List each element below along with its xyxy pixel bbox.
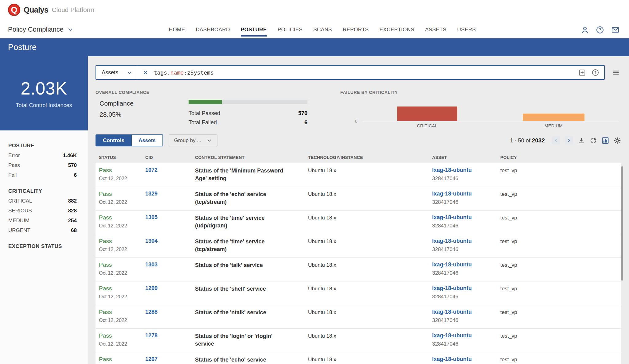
technology-instance: Ubuntu 18.x [308, 214, 432, 234]
facet-item[interactable]: Pass 570 [8, 162, 77, 168]
col-control-statement[interactable]: CONTROL STATEMENT [195, 155, 308, 160]
col-technology-instance[interactable]: TECHNOLOGY/INSTANCE [308, 155, 432, 160]
nav-item[interactable]: POLICIES [278, 27, 303, 37]
module-picker[interactable]: Policy Compliance [8, 25, 73, 33]
cid-link[interactable]: 1299 [145, 285, 158, 291]
table-row[interactable]: Pass Oct 12, 2022 1305 Status of the 'ti… [96, 211, 621, 234]
nav-item[interactable]: USERS [457, 27, 476, 37]
cid-link[interactable]: 1304 [145, 238, 158, 244]
nav-item-label: SCANS [313, 27, 332, 33]
settings-gear-icon[interactable] [614, 137, 621, 144]
status-badge: Pass [99, 356, 145, 363]
status-date: Oct 12, 2022 [99, 270, 145, 276]
table-row[interactable]: Pass Oct 12, 2022 1288 Status of the 'nt… [96, 305, 621, 329]
search-query-input[interactable]: tags.name:zSystems [154, 69, 214, 76]
cid-cell: 1329 [145, 191, 195, 210]
nav-item-label: DASHBOARD [196, 27, 230, 33]
asset-link[interactable]: lxag-18-ubuntu [432, 285, 500, 292]
col-cid[interactable]: CID [145, 155, 195, 160]
policy-name: test_vp [500, 261, 621, 281]
menu-icon[interactable] [612, 69, 620, 76]
search-help-icon[interactable]: ? [592, 69, 599, 76]
chevron-down-icon [68, 27, 73, 32]
chart-view-icon[interactable] [602, 137, 609, 144]
search-scope-dropdown[interactable]: Assets [96, 66, 137, 79]
nav-item[interactable]: POSTURE [241, 27, 267, 37]
mail-icon[interactable] [611, 26, 620, 34]
nav-item[interactable]: HOME [169, 27, 185, 37]
facet-item[interactable]: Fail 6 [8, 172, 77, 178]
bar-medium[interactable] [523, 114, 584, 121]
table-row[interactable]: Pass Oct 12, 2022 1329 Status of the 'ec… [96, 187, 621, 211]
nav-item[interactable]: REPORTS [343, 27, 369, 37]
cid-link[interactable]: 1288 [145, 309, 158, 315]
refresh-icon[interactable] [590, 137, 597, 144]
facet-item[interactable]: Error 1.46K [8, 153, 77, 159]
cid-link[interactable]: 1329 [145, 191, 158, 197]
y-axis-zero-label: 0 [355, 119, 357, 124]
search-actions: ? [578, 69, 604, 76]
clear-search-icon[interactable]: ✕ [140, 68, 151, 77]
add-query-icon[interactable] [578, 69, 586, 76]
total-control-instances-card: 2.03K Total Control Instances [0, 56, 88, 130]
facet-item[interactable]: CRITICAL 882 [8, 198, 77, 204]
vertical-scrollbar[interactable] [621, 166, 623, 281]
nav-item[interactable]: SCANS [313, 27, 332, 37]
cid-link[interactable]: 1305 [145, 214, 158, 220]
asset-link[interactable]: lxag-18-ubuntu [432, 191, 500, 197]
nav-item[interactable]: DASHBOARD [196, 27, 230, 37]
technology-instance: Ubuntu 18.x [308, 238, 432, 258]
facet-item[interactable]: MEDIUM 254 [8, 218, 77, 224]
status-cell: Pass Oct 12, 2022 [99, 238, 145, 258]
help-icon[interactable]: ? [596, 26, 604, 34]
table-row[interactable]: Pass Oct 12, 2022 1072 Status of the 'Mi… [96, 163, 621, 187]
facet-list: Error 1.46K Pass 570 Fail 6 [8, 153, 77, 178]
asset-link[interactable]: lxag-18-ubuntu [432, 356, 500, 362]
download-icon[interactable] [578, 137, 585, 144]
next-page-button[interactable] [565, 136, 573, 145]
cid-link[interactable]: 1303 [145, 261, 158, 268]
asset-cell: lxag-18-ubuntu 328417046 [432, 332, 500, 352]
qualys-logo[interactable]: Q Qualys Cloud Platform [8, 4, 94, 16]
control-statement: Status of the 'talk' service [195, 261, 308, 281]
asset-link[interactable]: lxag-18-ubuntu [432, 214, 500, 221]
facet-item[interactable]: SERIOUS 828 [8, 208, 77, 214]
pagination-total: 2032 [532, 137, 545, 144]
table-row[interactable]: Pass Oct 12, 2022 1303 Status of the 'ta… [96, 258, 621, 281]
asset-link[interactable]: lxag-18-ubuntu [432, 332, 500, 339]
controls-view-button[interactable]: Controls [96, 134, 132, 146]
cid-link[interactable]: 1072 [145, 167, 158, 173]
compliance-totals: Total Passed 570 Total Failed 6 [189, 100, 307, 126]
asset-link[interactable]: lxag-18-ubuntu [432, 261, 500, 268]
asset-link[interactable]: lxag-18-ubuntu [432, 309, 500, 315]
failure-chart-title: FAILURE BY CRITICALITY [340, 90, 621, 95]
nav-item[interactable]: ASSETS [425, 27, 446, 37]
asset-link[interactable]: lxag-18-ubuntu [432, 167, 500, 173]
col-policy[interactable]: POLICY [500, 155, 621, 160]
policy-name: test_vp [500, 356, 621, 364]
group-by-dropdown[interactable]: Group by ... [169, 134, 218, 146]
status-badge: Pass [99, 214, 145, 221]
facet-item[interactable]: URGENT 68 [8, 227, 77, 234]
facet-value: 68 [71, 227, 77, 234]
technology-instance: Ubuntu 18.x [308, 167, 432, 187]
table-row[interactable]: Pass Oct 12, 2022 1299 Status of the 'sh… [96, 281, 621, 305]
cid-link[interactable]: 1278 [145, 332, 158, 339]
table-row[interactable]: Pass Oct 12, 2022 1278 Status of the 'lo… [96, 329, 621, 352]
cid-link[interactable]: 1267 [145, 356, 158, 362]
table-row[interactable]: Pass Oct 12, 2022 1267 Status of the 'ec… [96, 352, 621, 364]
prev-page-button[interactable] [552, 136, 560, 145]
control-statement: Status of the 'login' or 'rlogin' servic… [195, 332, 308, 352]
assets-view-button[interactable]: Assets [132, 134, 163, 146]
cid-cell: 1288 [145, 309, 195, 328]
asset-link[interactable]: lxag-18-ubuntu [432, 238, 500, 244]
col-status[interactable]: STATUS [99, 155, 145, 160]
sidebar: 2.03K Total Control Instances POSTURE Er… [0, 56, 88, 364]
bar-critical[interactable] [397, 106, 457, 121]
compliance-label: Compliance [100, 100, 189, 107]
col-asset[interactable]: ASSET [432, 155, 500, 160]
facet-label: CRITICAL [8, 198, 32, 204]
nav-item[interactable]: EXCEPTIONS [380, 27, 415, 37]
user-icon[interactable] [581, 26, 589, 34]
table-row[interactable]: Pass Oct 12, 2022 1304 Status of the 'ti… [96, 234, 621, 258]
